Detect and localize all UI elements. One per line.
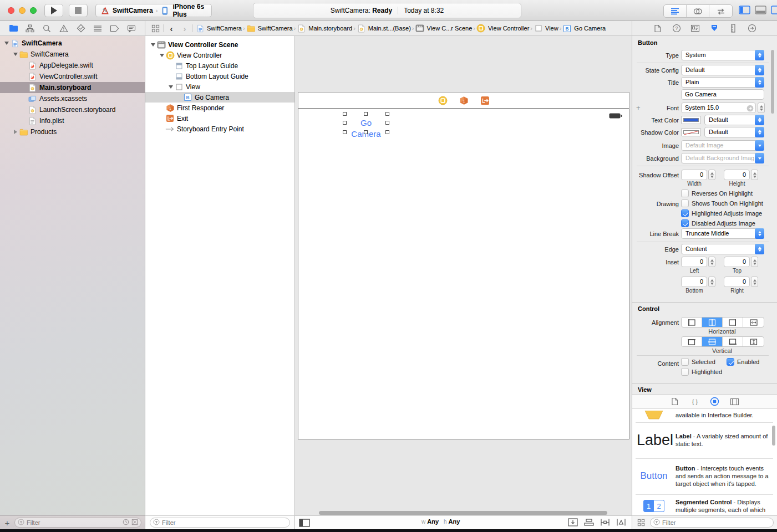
document-outline-toggle[interactable] [299, 519, 310, 527]
size-inspector-icon[interactable] [728, 23, 739, 34]
background-combo[interactable]: Default Background Imag [681, 153, 764, 163]
media-library-icon[interactable] [729, 396, 740, 407]
shadow-width-stepper[interactable] [708, 170, 715, 180]
navigator-filter-input[interactable] [27, 519, 120, 526]
view-controller-view[interactable]: Go Camera [298, 109, 629, 439]
outline-row[interactable]: View Controller Scene [145, 39, 294, 50]
first-responder-icon[interactable]: 1 [459, 96, 469, 105]
checkbox-selected[interactable] [681, 358, 689, 366]
close-window-button[interactable] [8, 7, 14, 14]
source-control-status-icon[interactable] [131, 519, 138, 527]
breadcrumb-item[interactable]: SwiftCamera [246, 24, 293, 33]
resize-handle[interactable] [385, 121, 389, 125]
breadcrumb-item[interactable]: View [534, 24, 558, 33]
outline-row[interactable]: Storyboard Entry Point [145, 124, 294, 134]
inset-bottom-field[interactable]: 0 [681, 277, 707, 287]
breadcrumb-item[interactable]: Main.st...(Base) [357, 24, 411, 33]
resize-handle[interactable] [364, 130, 368, 134]
horizontal-scrollbar[interactable] [319, 511, 607, 515]
go-camera-button[interactable]: Go Camera [346, 117, 386, 129]
file-row[interactable]: Products [0, 126, 145, 137]
file-row[interactable]: Info.plist [0, 115, 145, 126]
v-align-bottom-segment[interactable] [723, 337, 743, 346]
library-filter-input[interactable] [662, 519, 770, 526]
find-navigator-icon[interactable] [42, 23, 53, 34]
storyboard-canvas[interactable]: 1 Go Camera [295, 36, 632, 515]
identity-inspector-icon[interactable] [690, 23, 701, 34]
library-filter-field[interactable] [650, 518, 774, 528]
edge-popup[interactable]: Content [681, 244, 764, 254]
quick-help-inspector-icon[interactable]: ? [671, 23, 682, 34]
shadow-offset-width-field[interactable]: 0 [681, 170, 707, 180]
project-navigator-icon[interactable] [8, 23, 19, 34]
disclosure-triangle[interactable] [150, 43, 156, 47]
checkbox-highlighted-adjusts-image[interactable] [681, 209, 689, 217]
outline-row[interactable]: Exit [145, 113, 294, 124]
library-item-button[interactable]: Button Button - Intercepts touch events … [632, 459, 777, 493]
file-row[interactable]: SwiftCamera [0, 49, 145, 60]
font-field[interactable]: System 15.0 [681, 103, 756, 113]
checkbox-enabled[interactable] [727, 358, 734, 366]
inset-bottom-stepper[interactable] [708, 277, 715, 287]
resize-handle[interactable] [343, 130, 347, 134]
file-row[interactable]: Main.storyboard [0, 82, 145, 93]
debug-panel-toggle[interactable] [755, 6, 766, 16]
go-forward-button[interactable]: › [179, 23, 190, 34]
resize-handle[interactable] [385, 112, 389, 116]
version-editor-button[interactable] [709, 5, 732, 17]
checkbox-disabled-adjusts-image[interactable] [681, 219, 689, 227]
report-navigator-icon[interactable] [126, 23, 137, 34]
inset-top-field[interactable]: 0 [724, 257, 750, 267]
file-template-library-icon[interactable] [669, 396, 680, 407]
disclosure-triangle[interactable] [12, 53, 19, 56]
code-snippet-library-icon[interactable]: { } [689, 396, 700, 407]
file-row[interactable]: Assets.xcassets [0, 93, 145, 104]
inset-left-stepper[interactable] [708, 257, 715, 267]
breadcrumb-item[interactable]: View Controller [476, 24, 529, 33]
shadow-color-popup[interactable]: Default [704, 127, 764, 137]
inspector-scrollbar[interactable] [771, 50, 774, 114]
inset-right-stepper[interactable] [751, 277, 758, 287]
type-popup[interactable]: System [681, 50, 764, 60]
attributes-inspector-icon[interactable] [709, 23, 720, 34]
outline-row[interactable]: Top Layout Guide [145, 60, 294, 71]
file-row[interactable]: SwiftCamera [0, 38, 145, 49]
view-controller-icon[interactable] [438, 96, 448, 105]
state-config-popup[interactable]: Default [681, 65, 764, 75]
disclosure-triangle[interactable] [167, 85, 174, 89]
library-scrollbar[interactable] [772, 426, 775, 446]
disclosure-triangle[interactable] [3, 42, 10, 45]
outline-filter-input[interactable] [162, 519, 287, 526]
outline-row[interactable]: View [145, 81, 294, 92]
font-picker-icon[interactable] [746, 105, 754, 113]
library-grid-view-icon[interactable] [636, 517, 647, 528]
title-popup[interactable]: Plain [681, 77, 764, 88]
resize-handle[interactable] [343, 121, 347, 125]
shadow-offset-height-field[interactable]: 0 [724, 170, 750, 180]
add-file-button[interactable]: + [3, 518, 11, 528]
v-align-fill-segment[interactable] [743, 337, 764, 346]
object-library-icon[interactable] [709, 396, 720, 407]
shadow-color-swatch[interactable] [681, 128, 701, 136]
file-inspector-icon[interactable] [652, 23, 663, 34]
symbol-navigator-icon[interactable] [24, 23, 35, 34]
resolve-auto-layout-button[interactable] [616, 518, 626, 528]
disclosure-triangle[interactable] [159, 54, 165, 57]
navigator-panel-toggle[interactable] [739, 6, 750, 16]
issue-navigator-icon[interactable] [58, 23, 69, 34]
align-button[interactable] [584, 518, 594, 528]
pin-constraints-button[interactable] [600, 518, 610, 528]
breakpoint-navigator-icon[interactable] [109, 23, 120, 34]
title-text-field[interactable]: Go Camera [681, 89, 764, 100]
text-color-swatch[interactable] [681, 116, 701, 124]
file-row[interactable]: ViewController.swift [0, 71, 145, 82]
shadow-height-stepper[interactable] [751, 170, 758, 180]
debug-navigator-icon[interactable] [92, 23, 103, 34]
outline-row[interactable]: 1First Responder [145, 103, 294, 113]
standard-editor-button[interactable] [664, 5, 687, 17]
selected-button[interactable]: Go Camera [343, 112, 389, 134]
inset-top-stepper[interactable] [751, 257, 758, 267]
inspector-panel-toggle[interactable] [771, 6, 777, 16]
font-size-stepper[interactable] [758, 103, 765, 113]
related-items-icon[interactable] [150, 23, 161, 34]
